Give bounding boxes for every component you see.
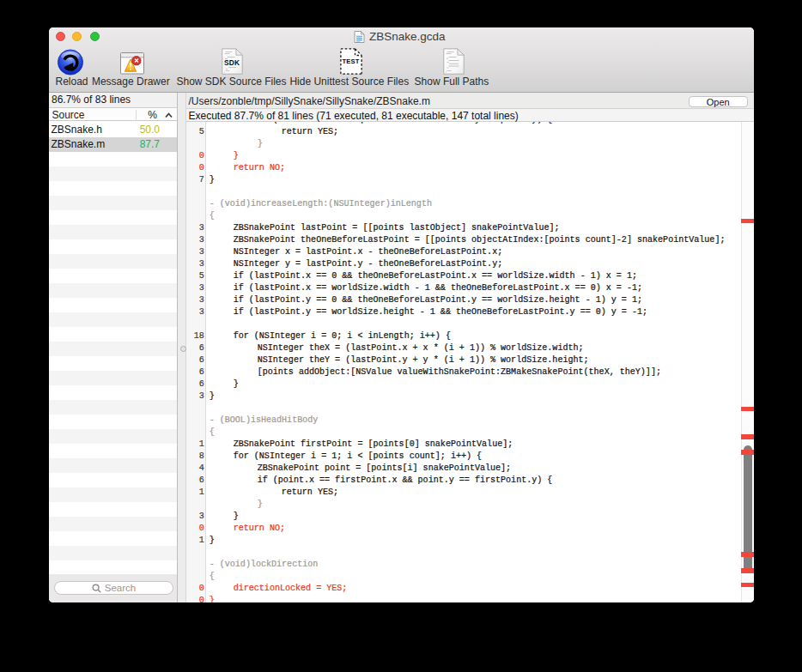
svg-text:SDK: SDK <box>224 58 240 67</box>
svg-text:TEST: TEST <box>342 58 359 65</box>
